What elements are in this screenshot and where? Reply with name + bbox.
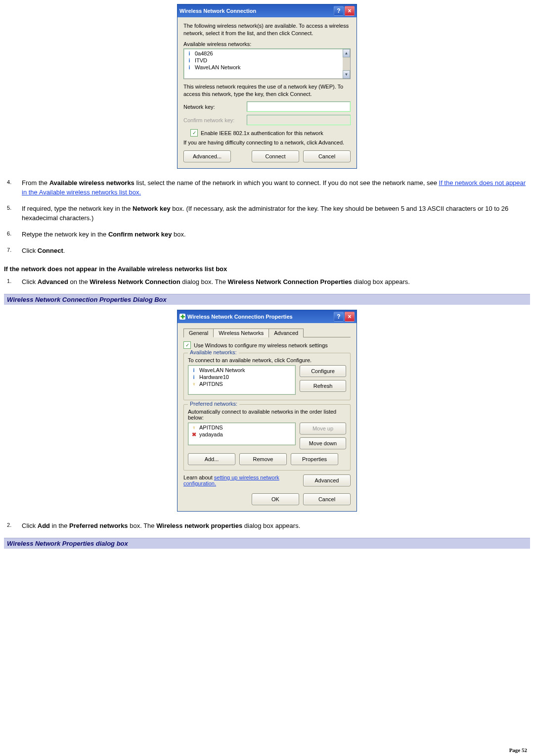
instruction-list: From the Available wireless networks lis… <box>19 179 530 255</box>
enable-8021x-row[interactable]: ✓ Enable IEEE 802.1x authentication for … <box>190 129 351 137</box>
network-item[interactable]: i0a4826 <box>184 50 350 57</box>
lock-icon: ♀ <box>191 425 196 430</box>
checkbox-icon[interactable]: ✓ <box>183 341 191 349</box>
scrollbar[interactable]: ▲ ▼ <box>343 49 350 79</box>
intro-text: The following wireless network(s) are av… <box>183 22 351 37</box>
preferred-hint: Automatically connect to available netwo… <box>188 409 346 421</box>
available-networks-group: Available networks: To connect to an ava… <box>183 353 351 400</box>
available-hint: To connect to an available network, clic… <box>188 357 346 363</box>
network-item[interactable]: iWaveLAN Network <box>184 64 350 71</box>
step-b1: Click Advanced on the Wireless Network C… <box>19 278 530 287</box>
antenna-icon: i <box>191 367 196 373</box>
tab-general[interactable]: General <box>183 329 214 337</box>
dialog-title: Wireless Network Connection Properties <box>187 314 333 320</box>
network-key-input[interactable] <box>247 101 351 112</box>
antenna-icon: i <box>187 50 192 56</box>
step-4: From the Available wireless networks lis… <box>19 179 530 197</box>
move-down-button[interactable]: Move down <box>300 437 346 449</box>
wireless-connection-dialog: Wireless Network Connection ? × The foll… <box>177 4 357 169</box>
list-item[interactable]: ♀APITDNS <box>188 380 295 387</box>
step-7: Click Connect. <box>19 246 530 256</box>
tab-wireless-networks[interactable]: Wireless Networks <box>213 329 269 337</box>
dialog-body: The following wireless network(s) are av… <box>178 17 356 168</box>
use-windows-label: Use Windows to configure my wireless net… <box>194 342 328 348</box>
available-legend: Available networks: <box>188 349 239 355</box>
ok-button[interactable]: OK <box>252 493 299 505</box>
confirm-key-row: Confirm network key: <box>183 115 351 125</box>
advanced-button[interactable]: Advanced <box>303 474 351 486</box>
scroll-up-icon[interactable]: ▲ <box>343 49 350 57</box>
close-button[interactable]: × <box>345 6 355 16</box>
step-5: If required, type the network key in the… <box>19 204 530 223</box>
connect-button[interactable]: Connect <box>252 150 299 162</box>
use-windows-row[interactable]: ✓ Use Windows to configure my wireless n… <box>183 341 351 349</box>
available-networks-listbox[interactable]: iWaveLAN Network iHardware10 ♀APITDNS <box>188 365 296 395</box>
move-up-button: Move up <box>300 423 346 434</box>
figure-title: Wireless Network Connection Properties D… <box>4 294 530 305</box>
add-button[interactable]: Add... <box>188 453 235 465</box>
refresh-button[interactable]: Refresh <box>300 380 346 392</box>
lock-icon: ♀ <box>191 381 196 387</box>
close-button[interactable]: × <box>345 312 355 322</box>
confirm-key-label: Confirm network key: <box>183 117 242 123</box>
learn-row: Learn about setting up wireless network … <box>183 474 351 486</box>
advanced-button[interactable]: Advanced... <box>183 150 231 162</box>
instruction-list-c: Click Add in the Preferred networks box.… <box>19 521 530 531</box>
dialog-titlebar: ✚ Wireless Network Connection Properties… <box>178 310 356 323</box>
difficulty-note: If you are having difficulty connecting … <box>183 140 351 145</box>
preferred-networks-group: Preferred networks: Automatically connec… <box>183 404 351 471</box>
dialog-titlebar: Wireless Network Connection ? × <box>178 4 356 17</box>
antenna-icon: i <box>191 374 196 380</box>
list-item[interactable]: ♀APITDNS <box>188 424 295 431</box>
network-item[interactable]: iITVD <box>184 57 350 64</box>
network-name: WaveLAN Network <box>195 64 241 70</box>
remove-button[interactable]: Remove <box>239 453 287 465</box>
antenna-icon: i <box>187 64 192 70</box>
list-item[interactable]: iHardware10 <box>188 374 295 380</box>
step-c2: Click Add in the Preferred networks box.… <box>19 521 530 531</box>
preferred-networks-listbox[interactable]: ♀APITDNS ✖yadayada <box>188 423 296 445</box>
preferred-legend: Preferred networks: <box>188 401 239 407</box>
tab-advanced[interactable]: Advanced <box>268 329 304 337</box>
cancel-button[interactable]: Cancel <box>303 493 351 505</box>
available-networks-list[interactable]: i0a4826 iITVD iWaveLAN Network ▲ ▼ <box>183 48 351 79</box>
scroll-track[interactable] <box>343 57 350 70</box>
wep-note: This wireless network requires the use o… <box>183 83 351 98</box>
help-button[interactable]: ? <box>334 6 344 16</box>
network-key-label: Network key: <box>183 104 242 110</box>
help-button[interactable]: ? <box>334 312 344 322</box>
connection-properties-dialog: ✚ Wireless Network Connection Properties… <box>177 310 357 512</box>
disabled-icon: ✖ <box>191 431 196 437</box>
available-networks-label: Available wireless networks: <box>183 41 351 47</box>
network-name: 0a4826 <box>195 50 213 56</box>
list-item[interactable]: ✖yadayada <box>188 431 295 438</box>
confirm-key-input <box>247 115 351 125</box>
network-name: ITVD <box>195 57 207 63</box>
checkbox-icon[interactable]: ✓ <box>190 129 198 137</box>
network-icon: ✚ <box>179 314 185 320</box>
cancel-button[interactable]: Cancel <box>303 150 351 162</box>
figure-title-2: Wireless Network Properties dialog box <box>4 538 530 549</box>
step-6: Retype the network key in the Confirm ne… <box>19 230 530 239</box>
list-item[interactable]: iWaveLAN Network <box>188 367 295 374</box>
network-key-row: Network key: <box>183 101 351 112</box>
tab-strip: General Wireless Networks Advanced <box>183 328 351 337</box>
properties-button[interactable]: Properties <box>291 453 338 465</box>
configure-button[interactable]: Configure <box>300 365 346 377</box>
learn-text: Learn about setting up wireless network … <box>183 474 303 486</box>
scroll-down-icon[interactable]: ▼ <box>343 70 350 79</box>
dialog-body: General Wireless Networks Advanced ✓ Use… <box>178 323 356 511</box>
section-heading: If the network does not appear in the Av… <box>4 265 530 273</box>
enable-8021x-label: Enable IEEE 802.1x authentication for th… <box>201 130 323 136</box>
dialog-title: Wireless Network Connection <box>179 8 333 14</box>
instruction-list-b: Click Advanced on the Wireless Network C… <box>19 278 530 287</box>
antenna-icon: i <box>187 57 192 63</box>
